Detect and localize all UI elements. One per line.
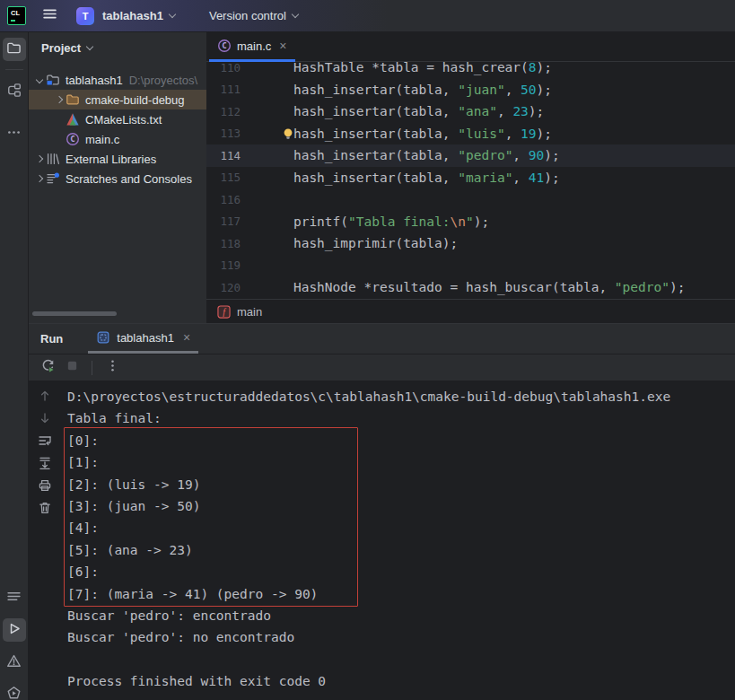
code-editor[interactable]: 110 HashTable *tabla = hash_crear(8);111… bbox=[206, 62, 735, 299]
tree-item-main-c[interactable]: Cmain.c bbox=[29, 129, 206, 149]
console-line-7: [5]: (ana -> 23) bbox=[67, 539, 735, 561]
console-line-3: [1]: bbox=[67, 451, 735, 473]
cmake-icon bbox=[66, 112, 80, 127]
libraries-icon bbox=[46, 152, 60, 166]
soft-wrap-button[interactable] bbox=[38, 433, 52, 448]
chevron-down-icon[interactable] bbox=[33, 77, 46, 83]
line-number: 113 bbox=[206, 127, 262, 140]
breadcrumb-item-main[interactable]: main bbox=[237, 305, 262, 319]
line-number: 112 bbox=[206, 105, 262, 118]
code-text: hash_insertar(tabla, "juan", 50); bbox=[262, 83, 552, 97]
title-bar: CL T tablahash1 Version control bbox=[0, 0, 735, 32]
tree-item-scratches-and-consoles[interactable]: Scratches and Consoles bbox=[29, 169, 206, 188]
tree-item-tablahash1[interactable]: tablahash1D:\proyectos\ bbox=[29, 70, 206, 90]
project-switcher[interactable]: tablahash1 bbox=[102, 9, 175, 22]
tree-item-label: CMakeLists.txt bbox=[85, 113, 162, 127]
line-number: 114 bbox=[206, 149, 262, 162]
code-text: hash_insertar(tabla, "luis", 19); bbox=[262, 127, 552, 141]
run-tab-tablahash1[interactable]: tablahash1 × bbox=[88, 324, 198, 354]
run-panel-title: Run bbox=[40, 332, 63, 346]
code-line-113: 113 hash_insertar(tabla, "luis", 19); bbox=[206, 123, 735, 145]
console-line-10: Buscar 'pedro': encontrado bbox=[67, 605, 735, 626]
activity-button-more-tool-windows[interactable] bbox=[3, 122, 26, 145]
project-avatar[interactable]: T bbox=[76, 7, 94, 25]
run-toolbar bbox=[29, 354, 735, 381]
run-tool-window: Run tablahash1 × D:\proyectos\estructura… bbox=[29, 323, 735, 700]
code-line-111: 111 hash_insertar(tabla, "juan", 50); bbox=[206, 79, 735, 101]
prev-occurrence-button[interactable] bbox=[38, 389, 52, 403]
chevron-down-icon bbox=[292, 11, 299, 18]
tree-item-label: Scratches and Consoles bbox=[66, 172, 192, 186]
stop-icon bbox=[66, 359, 79, 376]
code-line-120: 120 HashNode *resultado = hash_buscar(ta… bbox=[206, 276, 735, 299]
version-control-menu[interactable]: Version control bbox=[209, 9, 298, 22]
activity-button-services[interactable] bbox=[3, 683, 26, 700]
line-number: 117 bbox=[206, 214, 262, 228]
more-options-button[interactable] bbox=[101, 357, 123, 379]
code-text: hash_insertar(tabla, "pedro", 90); bbox=[262, 148, 560, 162]
console-line-11: Buscar 'pedro': no encontrado bbox=[67, 626, 735, 648]
tree-item-path: D:\proyectos\ bbox=[129, 74, 198, 87]
project-tool-window: Project tablahash1D:\proyectos\cmake-bui… bbox=[29, 32, 206, 323]
tab-main-c[interactable]: C main.c × bbox=[209, 32, 295, 62]
activity-button-problems[interactable] bbox=[3, 651, 26, 674]
activity-bar bbox=[0, 32, 29, 700]
stop-button[interactable] bbox=[61, 357, 83, 379]
close-icon[interactable]: × bbox=[279, 39, 286, 52]
project-tree: tablahash1D:\proyectos\cmake-build-debug… bbox=[29, 70, 206, 188]
code-text: hash_insertar(tabla, "maria", 41); bbox=[262, 171, 560, 185]
tree-item-label: cmake-build-debug bbox=[85, 93, 185, 107]
activity-bar-top bbox=[0, 32, 28, 145]
line-number: 120 bbox=[206, 281, 262, 294]
clear-all-button[interactable] bbox=[38, 501, 52, 515]
excluded-folder-icon bbox=[66, 92, 80, 107]
code-text: hash_imprimir(tabla); bbox=[262, 236, 458, 250]
rerun-icon bbox=[40, 358, 56, 377]
app-icon bbox=[96, 330, 110, 345]
activity-bar-bottom bbox=[0, 586, 28, 700]
hamburger-icon bbox=[42, 6, 57, 25]
scratches-icon bbox=[46, 171, 60, 186]
line-number: 119 bbox=[206, 258, 262, 272]
code-line-118: 118 hash_imprimir(tabla); bbox=[206, 232, 735, 255]
tree-item-label: tablahash1 bbox=[66, 74, 123, 87]
line-number: 115 bbox=[206, 171, 262, 184]
close-icon[interactable]: × bbox=[183, 331, 190, 344]
tree-item-external-libraries[interactable]: External Libraries bbox=[29, 149, 206, 169]
code-line-112: 112 hash_insertar(tabla, "ana", 23); bbox=[206, 101, 735, 123]
console-line-2: [0]: bbox=[67, 430, 735, 451]
c-file-icon: C bbox=[66, 132, 80, 146]
horizontal-scrollbar[interactable] bbox=[32, 311, 117, 316]
main-menu-button[interactable] bbox=[38, 4, 61, 28]
console-output[interactable]: D:\proyectos\estructuraddedatos\c\tablah… bbox=[61, 382, 735, 700]
activity-button-structure[interactable] bbox=[3, 80, 26, 103]
project-panel-header[interactable]: Project bbox=[29, 32, 206, 63]
line-number: 118 bbox=[206, 237, 262, 250]
print-button[interactable] bbox=[38, 478, 52, 493]
intention-bulb-icon[interactable] bbox=[281, 127, 295, 141]
next-occurrence-button[interactable] bbox=[38, 411, 52, 425]
activity-button-run[interactable] bbox=[3, 618, 26, 642]
clion-logo-icon: CL bbox=[7, 6, 26, 25]
code-line-117: 117 printf("Tabla final:\n"); bbox=[206, 211, 735, 233]
play-icon bbox=[6, 621, 22, 640]
line-number: 110 bbox=[206, 62, 262, 74]
rerun-button[interactable] bbox=[37, 357, 58, 379]
scroll-to-end-button[interactable] bbox=[38, 456, 52, 470]
chevron-right-icon[interactable] bbox=[53, 97, 66, 102]
services-icon bbox=[6, 686, 22, 700]
svg-text:C: C bbox=[70, 135, 74, 144]
chevron-down-icon bbox=[169, 11, 176, 18]
structure-icon bbox=[6, 83, 22, 101]
lines-icon bbox=[6, 589, 22, 608]
function-icon: f bbox=[217, 305, 231, 319]
tree-item-cmake-build-debug[interactable]: cmake-build-debug bbox=[29, 90, 206, 109]
chevron-right-icon[interactable] bbox=[33, 176, 46, 181]
chevron-right-icon[interactable] bbox=[33, 156, 46, 162]
activity-button-todo[interactable] bbox=[3, 586, 26, 609]
activity-button-project[interactable] bbox=[3, 38, 26, 61]
code-line-116: 116 bbox=[206, 188, 735, 211]
chevron-down-icon bbox=[86, 42, 93, 49]
tree-item-cmakelists-txt[interactable]: CMakeLists.txt bbox=[29, 109, 206, 129]
code-lines: 110 HashTable *tabla = hash_crear(8);111… bbox=[206, 62, 735, 299]
